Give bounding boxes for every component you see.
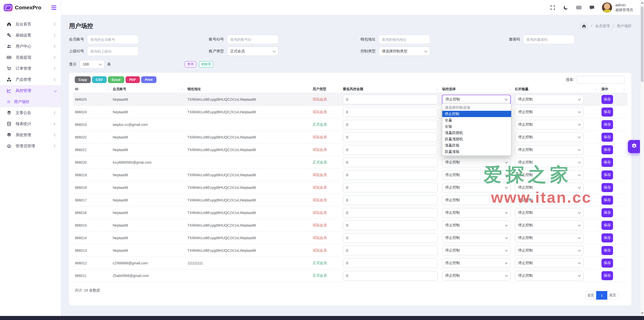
- leverage-control-select[interactable]: 停止控制: [515, 233, 584, 243]
- field-control-select[interactable]: 停止控制: [442, 208, 511, 218]
- avatar[interactable]: [602, 2, 612, 13]
- field-control-select[interactable]: 停止控制: [442, 195, 511, 205]
- save-button[interactable]: 保存: [601, 233, 613, 242]
- min-risk-amount-input[interactable]: [343, 158, 438, 167]
- field-control-select[interactable]: 停止控制: [442, 170, 511, 180]
- save-button[interactable]: 保存: [601, 170, 613, 180]
- save-button[interactable]: 保存: [601, 133, 613, 142]
- pagination-last[interactable]: 尾页: [607, 291, 618, 300]
- leverage-control-select[interactable]: 停止控制: [515, 145, 584, 155]
- save-button[interactable]: 保存: [601, 145, 613, 154]
- dropdown-option-全赢[interactable]: 全赢: [442, 117, 511, 123]
- sidebar-item-产品管理[interactable]: 产品管理: [0, 74, 61, 85]
- leverage-control-select[interactable]: 停止控制: [515, 195, 584, 205]
- leverage-control-select[interactable]: 停止控制: [515, 107, 584, 117]
- sidebar-item-用户中心[interactable]: 用户中心: [0, 41, 61, 52]
- dropdown-option-停止控制[interactable]: 停止控制: [442, 111, 511, 117]
- field-control-select[interactable]: 停止控制: [442, 271, 511, 280]
- min-risk-amount-input[interactable]: [343, 132, 438, 142]
- wallet-address-input[interactable]: [379, 35, 430, 44]
- column-header-ID[interactable]: ID↑↓: [73, 87, 111, 91]
- field-control-select[interactable]: 停止控制: [442, 233, 511, 243]
- sidebar-item-风控管理[interactable]: 风控管理: [0, 85, 61, 96]
- min-risk-amount-input[interactable]: [343, 233, 438, 243]
- save-button[interactable]: 保存: [601, 196, 613, 205]
- export-print-button[interactable]: Print: [141, 76, 156, 83]
- leverage-control-select[interactable]: 停止控制: [515, 271, 584, 280]
- field-control-select[interactable]: 停止控制: [442, 158, 511, 167]
- dark-mode-moon-icon[interactable]: [563, 5, 569, 10]
- scroll-up-icon[interactable]: [641, 2, 643, 4]
- save-button[interactable]: 保存: [601, 108, 613, 117]
- export-pdf-button[interactable]: PDF: [126, 76, 140, 83]
- field-control-select[interactable]: 停止控制: [442, 258, 511, 268]
- save-button[interactable]: 保存: [601, 120, 613, 129]
- invite-code-input[interactable]: [523, 35, 575, 44]
- scroll-down-icon[interactable]: [641, 312, 643, 314]
- sidebar-item-报表统计[interactable]: 报表统计: [0, 118, 61, 129]
- save-button[interactable]: 保存: [601, 246, 613, 255]
- dropdown-option-请选择控制选项[interactable]: 请选择控制选项: [442, 104, 511, 111]
- sidebar-item-基础设置[interactable]: 基础设置: [0, 30, 61, 41]
- min-risk-amount-input[interactable]: [343, 221, 438, 230]
- admin-meta[interactable]: admin 超级管理员: [615, 3, 633, 12]
- sidebar-item-充值提现[interactable]: 充值提现: [0, 52, 61, 63]
- field-control-select[interactable]: 停止控制: [442, 221, 511, 230]
- column-header-杠杆输赢[interactable]: 杠杆输赢↑↓: [513, 87, 599, 91]
- leverage-control-select[interactable]: 停止控制: [515, 158, 584, 167]
- save-button[interactable]: 保存: [601, 221, 613, 230]
- dropdown-option-涨赢跌输[interactable]: 涨赢跌输: [442, 142, 511, 149]
- min-risk-amount-input[interactable]: [343, 145, 438, 155]
- column-header-用户类型[interactable]: 用户类型: [311, 87, 341, 91]
- query-button[interactable]: 查询: [185, 61, 196, 67]
- breadcrumb-home-icon[interactable]: [580, 22, 588, 30]
- column-header-最低风控金额[interactable]: 最低风控金额↑↓: [341, 87, 440, 91]
- field-control-select[interactable]: 停止控制: [442, 183, 511, 192]
- pagination-first[interactable]: 首页: [585, 291, 596, 300]
- fullscreen-icon[interactable]: [550, 5, 555, 10]
- field-control-select[interactable]: 停止控制: [442, 95, 511, 104]
- column-header-操作[interactable]: 操作↑↓: [599, 87, 627, 91]
- min-risk-amount-input[interactable]: [343, 208, 438, 218]
- dropdown-option-跌赢涨输[interactable]: 跌赢涨输: [442, 149, 511, 155]
- leverage-control-select[interactable]: 停止控制: [515, 208, 584, 218]
- min-risk-amount-input[interactable]: [343, 195, 438, 205]
- chat-icon[interactable]: [589, 5, 595, 10]
- save-button[interactable]: 保存: [601, 271, 613, 280]
- leverage-control-select[interactable]: 停止控制: [515, 170, 584, 180]
- min-risk-amount-input[interactable]: [343, 246, 438, 255]
- save-button[interactable]: 保存: [601, 95, 613, 104]
- save-button[interactable]: 保存: [601, 208, 613, 217]
- min-risk-amount-input[interactable]: [343, 95, 438, 104]
- sidebar-item-文章公告[interactable]: 文章公告: [0, 107, 61, 118]
- sidebar-item-订单管理[interactable]: 订单管理: [0, 63, 61, 74]
- column-header-场控选择[interactable]: 场控选择↑↓: [440, 87, 513, 91]
- sidebar-item-管理员管理[interactable]: 管理员管理: [0, 140, 61, 152]
- save-button[interactable]: 保存: [601, 158, 613, 167]
- dropdown-option-涨赢跌随机[interactable]: 涨赢跌随机: [442, 130, 511, 136]
- export-excel-button[interactable]: Excel: [108, 76, 124, 83]
- min-risk-amount-input[interactable]: [343, 258, 438, 268]
- export-copy-button[interactable]: Copy: [75, 76, 91, 83]
- sidebar-toggle-icon[interactable]: [51, 5, 57, 11]
- dropdown-option-全输[interactable]: 全输: [442, 123, 511, 130]
- account-type-select[interactable]: 正式会员: [227, 47, 278, 56]
- min-risk-amount-input[interactable]: [343, 170, 438, 180]
- table-search-input[interactable]: [577, 76, 624, 84]
- min-risk-amount-input[interactable]: [343, 120, 438, 129]
- reset-button[interactable]: 初始化: [199, 61, 213, 67]
- vertical-scrollbar[interactable]: [640, 0, 644, 316]
- sidebar-item-系统管理[interactable]: 系统管理: [0, 129, 61, 140]
- sidebar-item-后台首页[interactable]: 后台首页: [0, 19, 61, 30]
- export-csv-button[interactable]: CSV: [92, 76, 107, 83]
- money-icon[interactable]: [576, 5, 582, 10]
- sidebar-item-用户场控[interactable]: 用户场控: [0, 96, 61, 107]
- dropdown-option-跌赢涨随机[interactable]: 跌赢涨随机: [442, 136, 511, 142]
- field-control-select[interactable]: 停止控制: [442, 246, 511, 255]
- leverage-control-select[interactable]: 停止控制: [515, 221, 584, 230]
- pagination-page-1[interactable]: 1: [596, 291, 607, 300]
- control-type-select[interactable]: 请选择控制类型: [379, 47, 430, 56]
- member-account-input[interactable]: [87, 35, 139, 44]
- account-id-input[interactable]: [227, 35, 278, 44]
- page-size-select[interactable]: 100: [79, 60, 105, 68]
